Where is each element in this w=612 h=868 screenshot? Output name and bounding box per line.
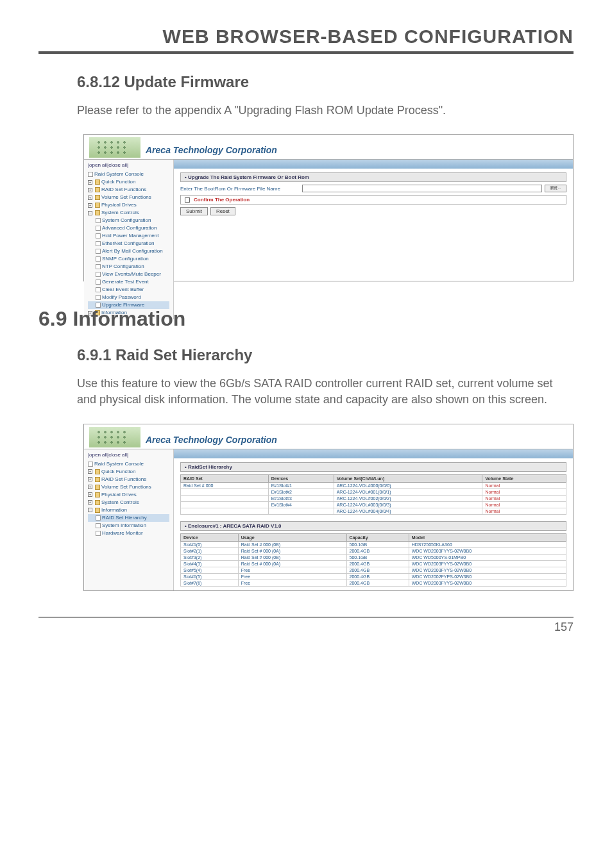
sidebar-item-alert-by-mail[interactable]: Alert By Mail Configuration <box>88 247 169 255</box>
table-cell[interactable]: Slot#7(6) <box>181 580 239 586</box>
table-cell <box>181 508 269 514</box>
table-header: Devices <box>268 474 334 482</box>
table-cell[interactable]: Slot#1(0) <box>181 541 239 547</box>
table-cell[interactable]: Slot#4(3) <box>181 560 239 567</box>
file-path-input[interactable] <box>302 185 542 192</box>
table-cell: WDC WD2003FYYS-02W0B0 <box>409 580 566 586</box>
table-cell: 500.1GB <box>346 554 409 560</box>
table-row: Slot#4(3)Raid Set # 000 (0A)2000.4GBWDC … <box>181 560 566 567</box>
sidebar-item-system-controls[interactable]: +System Controls <box>88 499 169 506</box>
sidebar-item-snmp-configuration[interactable]: SNMP Configuration <box>88 255 169 263</box>
table-cell: Raid Set # 000 (0A) <box>238 547 346 554</box>
table-cell: WDC WD2002FYPS-02W3B0 <box>409 573 566 580</box>
sidebar-item-ntp-configuration[interactable]: NTP Configuration <box>88 263 169 271</box>
body-6-8-12: Please refer to the appendix A "Upgradin… <box>77 103 574 119</box>
table-cell[interactable]: Slot#2(1) <box>181 547 239 554</box>
browse-button[interactable]: 瀏覽... <box>545 185 566 192</box>
sidebar-item-physical-drives[interactable]: +Physical Drives <box>88 491 169 499</box>
table-row: Slot#3(2)Raid Set # 000 (0B)500.1GBWDC W… <box>181 554 566 560</box>
table-row: Slot#1(0)Raid Set # 000 (0B)500.1GBHDS72… <box>181 541 566 547</box>
table-cell: ARC-1224-VOL#000(0/0/0) <box>334 482 482 488</box>
sidebar-item-volume-set-functions[interactable]: +Volume Set Functions <box>88 483 169 491</box>
table-cell: 2000.4GB <box>346 547 409 554</box>
file-label: Enter The BootRom Or Firmware File Name <box>180 186 296 192</box>
table-cell: ARC-1224-VOL#002(0/0/2) <box>334 495 482 501</box>
table-cell <box>181 488 269 495</box>
table-cell: 2000.4GB <box>346 573 409 580</box>
table-row: Slot#5(4)Free2000.4GBWDC WD2003FYYS-02W0… <box>181 567 566 573</box>
upgrade-header: • Upgrade The Raid System Firmware Or Bo… <box>180 172 566 182</box>
table-cell: ARC-1224-VOL#004(0/0/4) <box>334 508 482 514</box>
areca-logo <box>89 427 140 447</box>
table-row: Slot#6(5)Free2000.4GBWDC WD2002FYPS-02W3… <box>181 573 566 580</box>
sidebar-item-quick-function[interactable]: +Quick Function <box>88 468 169 476</box>
sidebar-item-system-controls[interactable]: -System Controls <box>88 209 169 217</box>
page-title: WEB BROWSER-BASED CONFIGURATION <box>38 26 574 54</box>
table-header: Capacity <box>346 533 409 541</box>
enclosure-header: • Enclosure#1 : ARECA SATA RAID V1.0 <box>180 521 566 531</box>
sidebar-item-volume-set-functions[interactable]: +Volume Set Functions <box>88 194 169 201</box>
open-close-links[interactable]: |open all|close all| <box>88 452 169 458</box>
screenshot-upgrade-firmware: Areca Technology Corporation |open all|c… <box>83 134 574 281</box>
sidebar-item-ethernet-configuration[interactable]: EtherNet Configuration <box>88 240 169 247</box>
tree-root[interactable]: Raid System Console <box>88 171 169 178</box>
table-row: E#1Slot#2ARC-1224-VOL#001(0/0/1)Normal <box>181 488 566 495</box>
tree-root[interactable]: Raid System Console <box>88 460 169 468</box>
page-number: 157 <box>38 617 574 634</box>
sidebar-item-hdd-power-management[interactable]: Hdd Power Management <box>88 232 169 240</box>
sidebar-item-system-information[interactable]: System Information <box>88 522 169 530</box>
open-close-links[interactable]: |open all|close all| <box>88 162 169 168</box>
sidebar-item-raid-set-hierarchy[interactable]: RAID Set Hierarchy <box>88 514 169 522</box>
table-cell: 2000.4GB <box>346 580 409 586</box>
table-cell[interactable]: Slot#3(2) <box>181 554 239 560</box>
table-row: E#1Slot#4ARC-1224-VOL#003(0/0/3)Normal <box>181 501 566 508</box>
submit-button[interactable]: Submit <box>180 207 208 215</box>
sidebar-item-hardware-monitor[interactable]: Hardware Monitor <box>88 530 169 537</box>
table-cell[interactable]: Raid Set # 000 <box>181 482 269 488</box>
table-row: Slot#2(1)Raid Set # 000 (0A)2000.4GBWDC … <box>181 547 566 554</box>
table-cell: HDS725050KLA360 <box>409 541 566 547</box>
table-cell: WDC WD2003FYYS-02W0B0 <box>409 567 566 573</box>
table-cell <box>181 501 269 508</box>
enclosure-table: DeviceUsageCapacityModel Slot#1(0)Raid S… <box>180 533 566 587</box>
table-cell[interactable]: Slot#5(4) <box>181 567 239 573</box>
sidebar: |open all|close all| Raid System Console… <box>84 160 174 319</box>
table-cell: Normal <box>482 495 566 501</box>
table-header: Device <box>181 533 239 541</box>
table-cell: Raid Set # 000 (0B) <box>238 541 346 547</box>
table-cell: Free <box>238 573 346 580</box>
table-cell: 2000.4GB <box>346 567 409 573</box>
table-cell: WDC WD2003FYYS-02W0B0 <box>409 547 566 554</box>
sidebar-item-advanced-configuration[interactable]: Advanced Configuration <box>88 224 169 232</box>
table-cell: Raid Set # 000 (0A) <box>238 560 346 567</box>
table-cell: E#1Slot#1 <box>268 482 334 488</box>
table-cell: Free <box>238 567 346 573</box>
areca-brand-title: Areca Technology Corporation <box>146 435 277 447</box>
table-cell: Raid Set # 000 (0B) <box>238 554 346 560</box>
sidebar: |open all|close all| Raid System Console… <box>84 449 174 590</box>
sidebar-item-system-configuration[interactable]: System Configuration <box>88 217 169 224</box>
heading-6-9-1: 6.9.1 Raid Set Hierarchy <box>77 346 574 364</box>
sidebar-item-quick-function[interactable]: +Quick Function <box>88 178 169 186</box>
table-header: RAID Set <box>181 474 269 482</box>
table-header: Model <box>409 533 566 541</box>
sidebar-item-physical-drives[interactable]: +Physical Drives <box>88 201 169 209</box>
table-header: Volume State <box>482 474 566 482</box>
table-cell[interactable]: Slot#6(5) <box>181 573 239 580</box>
table-cell <box>181 495 269 501</box>
table-cell: ARC-1224-VOL#001(0/0/1) <box>334 488 482 495</box>
reset-button[interactable]: Reset <box>210 207 235 215</box>
confirm-checkbox[interactable] <box>185 197 190 203</box>
table-cell: ARC-1224-VOL#003(0/0/3) <box>334 501 482 508</box>
sidebar-item-view-events[interactable]: View Events/Mute Beeper <box>88 271 169 278</box>
sidebar-item-generate-test-event[interactable]: Generate Test Event <box>88 278 169 286</box>
table-cell: Normal <box>482 508 566 514</box>
sidebar-item-raid-set-functions[interactable]: +RAID Set Functions <box>88 186 169 194</box>
sidebar-item-raid-set-functions[interactable]: +RAID Set Functions <box>88 476 169 483</box>
raidset-hierarchy-header: • RaidSet Hierarchy <box>180 462 566 472</box>
sidebar-item-modify-password[interactable]: Modify Password <box>88 294 169 301</box>
sidebar-item-information[interactable]: -Information <box>88 506 169 514</box>
table-cell: WDC WD2003FYYS-02W0B0 <box>409 560 566 567</box>
table-cell <box>268 508 334 514</box>
sidebar-item-clear-event-buffer[interactable]: Clear Event Buffer <box>88 286 169 294</box>
